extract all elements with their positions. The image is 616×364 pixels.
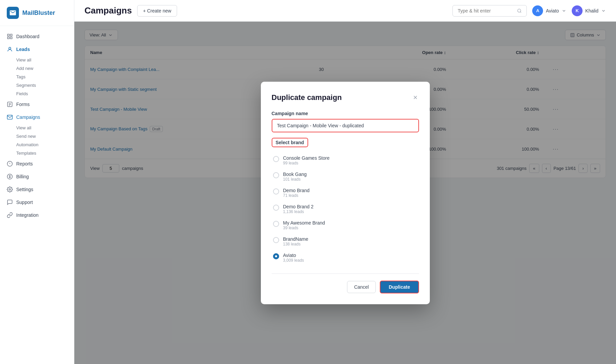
khalid-avatar: K <box>572 5 583 16</box>
brand-item-my-awesome-brand[interactable]: My Awesome Brand 39 leads <box>272 217 419 233</box>
brand-item-book-gang[interactable]: Book Gang 101 leads <box>272 169 419 184</box>
sidebar-item-reports-label: Reports <box>16 161 33 166</box>
campaign-name-input[interactable] <box>272 119 419 132</box>
brand-info-demo-brand-2: Demo Brand 2 1,136 leads <box>283 204 314 214</box>
brand-info-book-gang: Book Gang 101 leads <box>283 172 307 182</box>
sidebar-item-campaigns-label: Campaigns <box>16 114 40 120</box>
modal-footer: Cancel Duplicate <box>272 274 419 293</box>
brand-name-book-gang: Book Gang <box>283 172 307 177</box>
aviato-chevron-down-icon <box>562 8 566 13</box>
brand-name-console-games: Console Games Store <box>283 155 330 161</box>
campaigns-sub-automation[interactable]: Automation <box>16 140 74 149</box>
logo-icon <box>7 7 19 19</box>
brand-radio-demo-brand-2[interactable] <box>273 205 279 211</box>
aviato-user[interactable]: A Aviato <box>532 5 566 16</box>
brand-item-brandname[interactable]: BrandName 138 leads <box>272 234 419 249</box>
aviato-avatar: A <box>532 5 543 16</box>
sidebar-item-leads-label: Leads <box>16 47 30 52</box>
sidebar-item-forms[interactable]: Forms <box>0 98 74 111</box>
svg-point-4 <box>9 47 11 49</box>
search-box[interactable] <box>452 5 527 17</box>
sidebar: MailBluster Dashboard Leads View all Add… <box>0 0 74 364</box>
campaigns-sub-templates[interactable]: Templates <box>16 149 74 157</box>
page-title: Campaigns <box>84 5 132 16</box>
brand-item-demo-brand[interactable]: Demo Brand 71 leads <box>272 185 419 201</box>
duplicate-button[interactable]: Duplicate <box>380 281 419 293</box>
brand-info-my-awesome-brand: My Awesome Brand 39 leads <box>283 220 325 230</box>
khalid-user[interactable]: K Khalid <box>572 5 606 16</box>
content-area: View: All Columns Name Open rate ↕ Click… <box>74 22 616 364</box>
brand-radio-book-gang[interactable] <box>273 172 279 178</box>
svg-rect-3 <box>7 37 9 39</box>
brand-item-demo-brand-2[interactable]: Demo Brand 2 1,136 leads <box>272 201 419 217</box>
brand-item-console-games[interactable]: Console Games Store 99 leads <box>272 153 419 168</box>
campaigns-submenu: View all Send new Automation Templates <box>0 124 74 157</box>
sidebar-item-support-label: Support <box>16 200 33 205</box>
brand-name-demo-brand: Demo Brand <box>283 188 310 193</box>
svg-line-18 <box>520 11 521 12</box>
cancel-button[interactable]: Cancel <box>347 281 376 293</box>
modal-close-button[interactable]: × <box>412 93 419 103</box>
main-area: Campaigns + Create new A Aviato K Khalid <box>74 0 616 364</box>
brand-radio-aviato[interactable] <box>273 253 279 259</box>
svg-point-17 <box>518 9 521 12</box>
sidebar-item-integration[interactable]: Integration <box>0 209 74 222</box>
brand-name-demo-brand-2: Demo Brand 2 <box>283 204 314 209</box>
sidebar-item-billing[interactable]: Billing <box>0 170 74 183</box>
duplicate-campaign-modal: Duplicate campaign × Campaign name Selec… <box>261 82 430 304</box>
brand-radio-demo-brand[interactable] <box>273 188 279 194</box>
search-input[interactable] <box>458 8 514 14</box>
brand-info-brandname: BrandName 138 leads <box>283 236 309 246</box>
brand-radio-brandname[interactable] <box>273 237 279 243</box>
create-new-button[interactable]: + Create new <box>137 5 177 17</box>
search-icon <box>517 8 522 14</box>
sidebar-nav: Dashboard Leads View all Add new Tags Se… <box>0 26 74 364</box>
modal-header: Duplicate campaign × <box>272 93 419 103</box>
topbar: Campaigns + Create new A Aviato K Khalid <box>74 0 616 22</box>
sidebar-item-settings[interactable]: Settings <box>0 183 74 196</box>
leads-sub-segments[interactable]: Segments <box>16 81 74 89</box>
khalid-name: Khalid <box>585 8 598 14</box>
brand-leads-demo-brand: 71 leads <box>283 193 310 198</box>
svg-rect-2 <box>10 37 12 39</box>
brand-radio-my-awesome-brand[interactable] <box>273 221 279 227</box>
brand-info-demo-brand: Demo Brand 71 leads <box>283 188 310 198</box>
brand-name-brandname: BrandName <box>283 236 309 242</box>
sidebar-item-forms-label: Forms <box>16 102 30 107</box>
brand-leads-book-gang: 101 leads <box>283 177 307 182</box>
sidebar-item-settings-label: Settings <box>16 187 33 192</box>
leads-sub-fields[interactable]: Fields <box>16 89 74 98</box>
brand-leads-aviato: 3,009 leads <box>283 258 304 263</box>
brand-name-aviato: Aviato <box>283 253 304 258</box>
sidebar-item-dashboard[interactable]: Dashboard <box>0 30 74 43</box>
campaigns-sub-sendnew[interactable]: Send new <box>16 132 74 140</box>
sidebar-item-reports[interactable]: Reports <box>0 157 74 170</box>
svg-rect-1 <box>10 34 12 36</box>
modal-title: Duplicate campaign <box>272 93 342 102</box>
sidebar-item-billing-label: Billing <box>16 174 29 179</box>
leads-sub-viewall[interactable]: View all <box>16 56 74 64</box>
brand-leads-brandname: 138 leads <box>283 242 309 246</box>
svg-point-16 <box>9 189 11 190</box>
leads-sub-tags[interactable]: Tags <box>16 73 74 81</box>
brand-name-my-awesome-brand: My Awesome Brand <box>283 220 325 226</box>
leads-submenu: View all Add new Tags Segments Fields <box>0 56 74 98</box>
logo: MailBluster <box>0 0 74 26</box>
brand-info-console-games: Console Games Store 99 leads <box>283 155 330 165</box>
brand-item-aviato[interactable]: Aviato 3,009 leads <box>272 250 419 265</box>
sidebar-item-integration-label: Integration <box>16 212 39 218</box>
khalid-chevron-down-icon <box>601 8 606 13</box>
campaigns-sub-viewall[interactable]: View all <box>16 124 74 132</box>
brand-leads-demo-brand-2: 1,136 leads <box>283 209 314 214</box>
brand-radio-console-games[interactable] <box>273 156 279 162</box>
brand-info-aviato: Aviato 3,009 leads <box>283 253 304 263</box>
aviato-name: Aviato <box>546 8 559 14</box>
leads-sub-addnew[interactable]: Add new <box>16 64 74 73</box>
svg-rect-0 <box>7 34 9 36</box>
select-brand-label: Select brand <box>272 138 308 147</box>
sidebar-item-leads[interactable]: Leads <box>0 43 74 56</box>
sidebar-item-campaigns[interactable]: Campaigns <box>0 111 74 124</box>
sidebar-item-dashboard-label: Dashboard <box>16 34 40 39</box>
sidebar-item-support[interactable]: Support <box>0 196 74 209</box>
topbar-right: A Aviato K Khalid <box>452 5 606 17</box>
